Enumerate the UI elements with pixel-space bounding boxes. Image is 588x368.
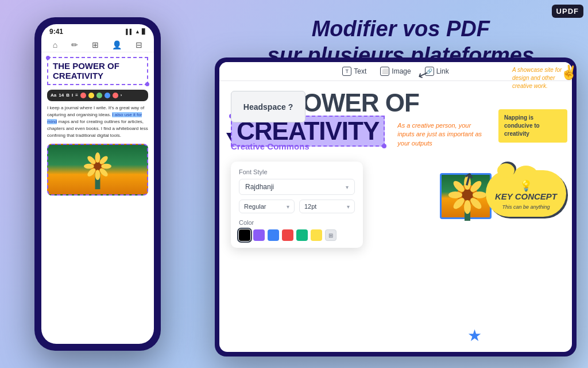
text-icon: T <box>342 67 351 76</box>
color-blue[interactable] <box>268 229 279 241</box>
phone-time: 9:41 <box>49 28 63 36</box>
napping-note: Napping is conducive to creativity <box>498 109 567 143</box>
svg-point-9 <box>84 164 94 169</box>
format-bold[interactable]: B <box>66 92 69 99</box>
color-red[interactable] <box>282 229 293 241</box>
toolbar-image[interactable]: ⬜ Image <box>380 67 411 76</box>
phone-title-line2: CREATIVITY <box>53 71 142 81</box>
format-font[interactable]: Aa <box>51 92 56 99</box>
toolbar-text[interactable]: T Text <box>342 67 366 76</box>
phone-status-bar: 9:41 ▌▌ ▲ ▊ <box>41 24 154 38</box>
phone-title-box: THE POWER OF CREATIVITY <box>47 57 148 85</box>
color-green[interactable] <box>296 229 308 241</box>
cursor-icon <box>226 133 231 141</box>
menu-icon[interactable]: ⊟ <box>136 40 142 49</box>
format-size[interactable]: 14 <box>59 92 64 99</box>
color-black[interactable] <box>239 229 250 241</box>
phone-toolbar: ⌂ ✏ ⊞ 👤 ⊟ <box>41 38 154 52</box>
color-dot-green[interactable] <box>96 93 102 98</box>
color-custom[interactable]: ⊞ <box>325 229 336 241</box>
font-name-select[interactable]: Rajdhanji ▾ <box>239 179 355 195</box>
headspace-box: Headspace ? <box>231 91 305 122</box>
grid-icon[interactable]: ⊞ <box>92 40 99 49</box>
header-line1: Modifier vos PDF <box>268 16 535 43</box>
color-yellow[interactable] <box>311 229 322 241</box>
toolbar-link-label: Link <box>436 67 449 75</box>
svg-point-18 <box>464 200 471 214</box>
italic-deco-text: As a creative person, your inputs are ju… <box>397 121 483 148</box>
color-dot-red[interactable] <box>80 93 86 98</box>
tablet-mockup: T Text ⬜ Image 🔗 Link THE POWER OF CREAT… <box>215 57 577 356</box>
phone-title-line1: THE POWER OF <box>53 62 142 71</box>
phone-content: THE POWER OF CREATIVITY Aa 14 B I ≡ › I … <box>41 52 154 200</box>
color-dot-yellow[interactable] <box>88 93 94 98</box>
headspace-text: Headspace ? <box>243 102 293 112</box>
font-panel: Font Style Rajdhanji ▾ Regular ▾ 12pt ▾ … <box>231 162 363 248</box>
color-purple[interactable] <box>253 229 265 241</box>
edit-icon[interactable]: ✏ <box>71 40 78 49</box>
phone-signal-icons: ▌▌ ▲ ▊ <box>126 29 146 34</box>
format-italic[interactable]: I <box>72 92 73 99</box>
key-concept-section: 💡 KEY CONCEPT This can be anything <box>486 170 566 217</box>
toolbar-text-label: Text <box>354 67 366 75</box>
bulb-icon: 💡 <box>493 179 559 192</box>
color-row: ⊞ <box>239 229 355 241</box>
phone-format-bar[interactable]: Aa 14 B I ≡ › <box>47 90 148 101</box>
svg-point-3 <box>95 152 100 163</box>
home-icon[interactable]: ⌂ <box>53 40 57 49</box>
format-more[interactable]: › <box>121 92 122 99</box>
font-weight-select[interactable]: Regular ▾ <box>239 200 295 213</box>
phone-mockup: 9:41 ▌▌ ▲ ▊ ⌂ ✏ ⊞ 👤 ⊟ THE POWER OF CREAT… <box>34 17 161 351</box>
color-label: Color <box>239 219 355 226</box>
sunflower-svg <box>78 148 118 194</box>
key-concept-cloud: 💡 KEY CONCEPT This can be anything <box>486 170 566 217</box>
key-concept-sub: This can be anything <box>493 204 559 210</box>
phone-image-sunflower <box>47 144 148 195</box>
creative-commons-text: Creative Commons <box>231 141 310 151</box>
image-icon: ⬜ <box>380 67 389 76</box>
user-icon[interactable]: 👤 <box>112 40 122 49</box>
phone-body-text: I keep a journal where I write. It's a g… <box>47 105 148 139</box>
svg-point-16 <box>473 191 486 198</box>
format-list[interactable]: ≡ <box>75 92 78 99</box>
color-dot-orange[interactable] <box>113 93 118 98</box>
font-style-label: Font Style <box>239 168 355 175</box>
svg-point-20 <box>448 191 462 198</box>
svg-point-5 <box>101 164 111 169</box>
hand-peace-emoji: ✌️ <box>560 64 578 80</box>
tablet-content: THE POWER OF CREATIVITY As a creative pe… <box>219 81 572 157</box>
font-size-select[interactable]: 12pt ▾ <box>299 200 355 213</box>
svg-point-7 <box>95 170 100 180</box>
key-concept-title: KEY CONCEPT <box>493 192 559 202</box>
color-dot-blue[interactable] <box>105 93 110 98</box>
toolbar-image-label: Image <box>392 67 411 75</box>
updf-logo: UPDF <box>552 5 583 18</box>
star-deco: ★ <box>467 326 482 345</box>
